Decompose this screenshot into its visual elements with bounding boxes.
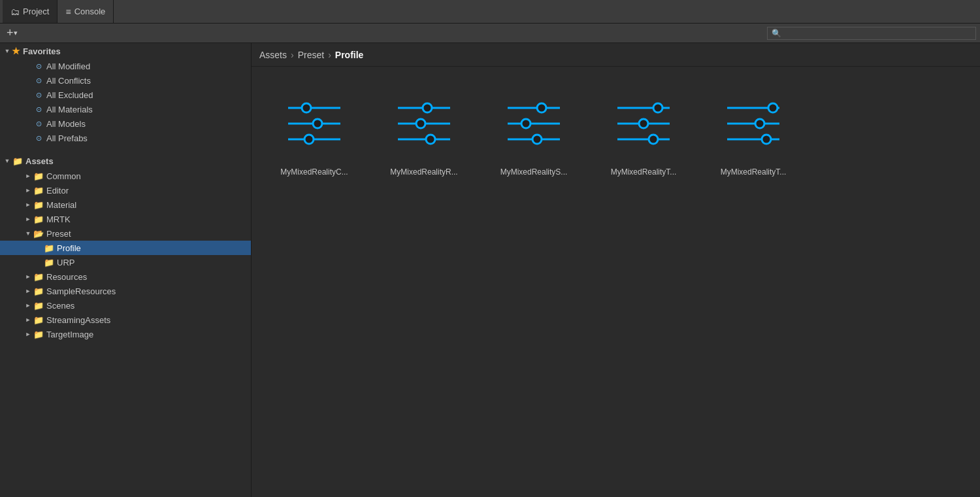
- profile-arrow: [34, 243, 43, 252]
- favorites-header[interactable]: ★ Favorites: [0, 43, 251, 59]
- mrtk-arrow: [24, 214, 33, 224]
- all-prefabs-label: All Prefabs: [46, 133, 88, 143]
- search-filter-icon-conflicts: ⊙: [33, 76, 44, 85]
- svg-point-7: [423, 103, 432, 112]
- breadcrumb-sep-1: ›: [291, 50, 294, 60]
- file-item-1[interactable]: MyMixedRealityC...: [262, 77, 367, 183]
- sidebar-item-editor[interactable]: 📁 Editor: [0, 183, 251, 197]
- favorites-arrow: [3, 46, 12, 56]
- project-icon: 🗂: [10, 7, 20, 17]
- profile-label: Profile: [57, 243, 81, 253]
- streamingassets-folder-icon: 📁: [33, 315, 44, 324]
- tab-console[interactable]: ≡ Console: [57, 0, 114, 23]
- file-item-5[interactable]: MyMixedRealityT...: [701, 77, 806, 183]
- search-input[interactable]: [784, 29, 972, 38]
- urp-arrow: [34, 258, 43, 267]
- scenes-label: Scenes: [46, 301, 74, 311]
- main-layout: ★ Favorites ⊙ All Modified ⊙ All Conflic…: [0, 43, 980, 497]
- sidebar-item-all-materials[interactable]: ⊙ All Materials: [0, 102, 251, 116]
- all-excluded-label: All Excluded: [46, 90, 93, 100]
- assets-label: Assets: [25, 156, 54, 166]
- sidebar-item-all-conflicts[interactable]: ⊙ All Conflicts: [0, 73, 251, 88]
- material-label: Material: [46, 200, 76, 210]
- scenes-arrow: [24, 301, 33, 310]
- svg-point-19: [653, 103, 662, 112]
- mrtk-folder-icon: 📁: [33, 214, 44, 224]
- svg-point-1: [302, 103, 311, 112]
- favorites-label: Favorites: [23, 46, 61, 56]
- breadcrumb-assets[interactable]: Assets: [259, 50, 287, 60]
- material-folder-icon: 📁: [33, 200, 44, 209]
- svg-point-11: [426, 135, 435, 144]
- sidebar-item-resources[interactable]: 📁 Resources: [0, 269, 251, 284]
- sampleresources-folder-icon: 📁: [33, 286, 44, 296]
- svg-point-3: [313, 119, 322, 128]
- sidebar-item-profile[interactable]: 📁 Profile: [0, 241, 251, 255]
- mrtk-label: MRTK: [46, 214, 71, 224]
- editor-folder-icon: 📁: [33, 186, 44, 195]
- file-item-4[interactable]: MyMixedRealityT...: [591, 77, 696, 183]
- breadcrumb-preset[interactable]: Preset: [298, 50, 324, 60]
- content-area: Assets › Preset › Profile: [252, 43, 980, 497]
- common-arrow: [24, 171, 33, 180]
- file-thumbnail-2: [385, 84, 463, 162]
- file-thumbnail-3: [495, 84, 573, 162]
- sidebar-item-mrtk[interactable]: 📁 MRTK: [0, 212, 251, 226]
- sidebar-item-sampleresources[interactable]: 📁 SampleResources: [0, 284, 251, 298]
- material-arrow: [24, 200, 33, 209]
- add-chevron-icon[interactable]: ▾: [14, 29, 18, 37]
- sidebar-item-common[interactable]: 📁 Common: [0, 169, 251, 183]
- sidebar-item-streamingassets[interactable]: 📁 StreamingAssets: [0, 313, 251, 327]
- search-filter-icon-excluded: ⊙: [33, 90, 44, 99]
- sidebar-item-targetimage[interactable]: 📁 TargetImage: [0, 327, 251, 341]
- file-name-3: MyMixedRealityS...: [500, 167, 568, 177]
- resources-label: Resources: [46, 272, 87, 282]
- tab-project[interactable]: 🗂 Project: [3, 0, 57, 23]
- file-item-3[interactable]: MyMixedRealityS...: [482, 77, 586, 183]
- svg-point-25: [768, 103, 777, 112]
- sidebar: ★ Favorites ⊙ All Modified ⊙ All Conflic…: [0, 43, 252, 497]
- file-item-2[interactable]: MyMixedRealityR...: [372, 77, 476, 183]
- sidebar-item-all-prefabs[interactable]: ⊙ All Prefabs: [0, 131, 251, 145]
- sidebar-item-all-models[interactable]: ⊙ All Models: [0, 116, 251, 131]
- assets-folder-icon: 📁: [12, 156, 24, 165]
- assets-arrow: [3, 156, 12, 165]
- sidebar-item-material[interactable]: 📁 Material: [0, 197, 251, 212]
- resources-arrow: [24, 272, 33, 281]
- targetimage-arrow: [24, 330, 33, 339]
- scenes-folder-icon: 📁: [33, 301, 44, 310]
- sidebar-item-scenes[interactable]: 📁 Scenes: [0, 298, 251, 313]
- editor-arrow: [24, 186, 33, 195]
- sidebar-item-all-modified[interactable]: ⊙ All Modified: [0, 59, 251, 73]
- svg-point-9: [416, 119, 425, 128]
- all-conflicts-label: All Conflicts: [46, 76, 91, 86]
- targetimage-label: TargetImage: [46, 330, 93, 339]
- svg-point-29: [762, 135, 771, 144]
- search-box: 🔍: [767, 27, 976, 40]
- search-filter-icon-modified: ⊙: [33, 61, 44, 71]
- sidebar-item-all-excluded[interactable]: ⊙ All Excluded: [0, 88, 251, 102]
- empty-arrow: [24, 90, 33, 99]
- file-name-5: MyMixedRealityT...: [721, 167, 787, 177]
- assets-header[interactable]: 📁 Assets: [0, 153, 251, 169]
- file-name-1: MyMixedRealityC...: [280, 167, 348, 177]
- sidebar-item-preset[interactable]: 📂 Preset: [0, 226, 251, 241]
- tab-console-label: Console: [74, 7, 106, 16]
- urp-label: URP: [57, 258, 74, 267]
- streamingassets-label: StreamingAssets: [46, 315, 110, 325]
- add-button[interactable]: + ▾: [4, 25, 20, 41]
- sampleresources-label: SampleResources: [46, 286, 116, 296]
- breadcrumb-profile[interactable]: Profile: [335, 50, 364, 60]
- search-icon: 🔍: [772, 29, 781, 38]
- empty-arrow: [24, 76, 33, 85]
- search-filter-icon-prefabs: ⊙: [33, 133, 44, 143]
- breadcrumb-sep-2: ›: [328, 50, 331, 60]
- sampleresources-arrow: [24, 286, 33, 296]
- svg-point-5: [304, 135, 314, 144]
- file-grid: MyMixedRealityC... MyMixedRealityR...: [252, 67, 980, 497]
- all-models-label: All Models: [46, 119, 86, 129]
- toolbar: + ▾ 🔍: [0, 24, 980, 43]
- sidebar-item-urp[interactable]: 📁 URP: [0, 255, 251, 269]
- top-bar: 🗂 Project ≡ Console: [0, 0, 980, 24]
- preset-folder-icon: 📂: [33, 229, 44, 238]
